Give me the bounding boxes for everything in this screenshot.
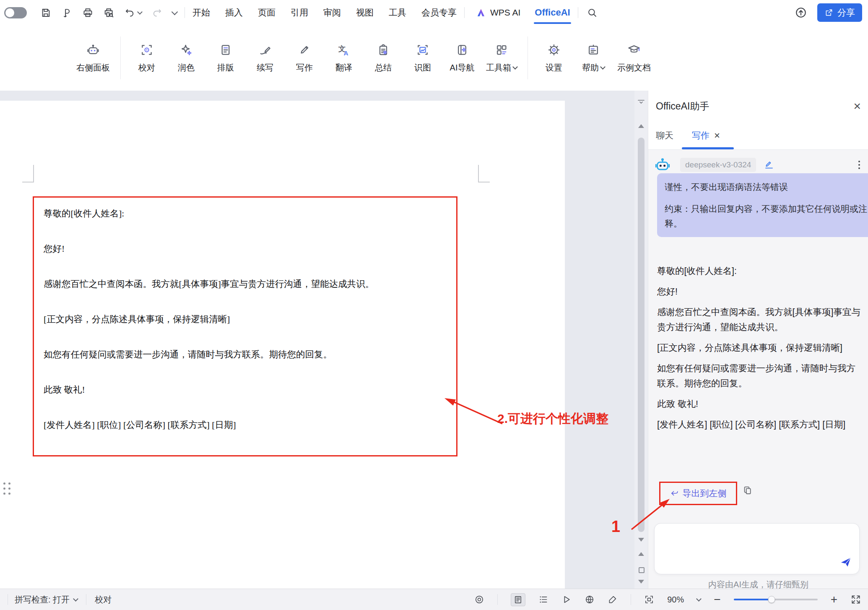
export-to-left-button[interactable]: 导出到左侧 — [670, 487, 727, 499]
ai-response-paragraph: 此致 敬礼! — [657, 396, 863, 412]
spellcheck-label: 拼写检查: 打开 — [15, 594, 70, 605]
model-name-badge[interactable]: deepseek-v3-0324 — [680, 158, 756, 172]
menu-视图[interactable]: 视图 — [356, 7, 374, 18]
ai-response-paragraph: 尊敬的[收件人姓名]: — [657, 263, 863, 279]
share-button[interactable]: 分享 — [817, 3, 862, 22]
menu-页面[interactable]: 页面 — [258, 7, 275, 18]
zoom-in-button[interactable]: + — [831, 594, 837, 605]
ribbon-button-设置[interactable]: 设置 — [534, 32, 574, 83]
chevron-down-icon — [512, 64, 518, 70]
chevron-down-icon — [73, 596, 78, 602]
print-preview-icon[interactable] — [103, 7, 114, 18]
document-canvas[interactable]: 尊敬的[收件人姓名]:您好!感谢您百忙之中查阅本函。我方就[具体事项]事宜与贵方… — [0, 91, 634, 589]
eye-protection-icon[interactable] — [474, 594, 484, 605]
panel-header: OfficeAI助手 — [648, 91, 868, 122]
select-browse-object-icon[interactable] — [639, 567, 645, 573]
menu-会员专享[interactable]: 会员专享 — [421, 7, 457, 18]
collapse-ruler-icon[interactable] — [636, 96, 646, 107]
zoom-out-button[interactable]: − — [714, 594, 720, 605]
copy-response-icon[interactable] — [742, 485, 753, 496]
ribbon-button-工具箱[interactable]: 工具箱 — [482, 32, 521, 83]
ai-response-paragraph: 您好! — [657, 284, 863, 299]
ribbon-button-翻译[interactable]: 文A翻译 — [324, 32, 364, 83]
divider — [120, 36, 121, 79]
ribbon-button-识图[interactable]: 识图 — [403, 32, 442, 83]
edit-model-icon[interactable] — [764, 159, 774, 170]
save-icon[interactable] — [40, 7, 52, 18]
more-options-icon[interactable] — [858, 161, 860, 169]
document-paragraph: 您好! — [44, 242, 434, 256]
close-panel-icon[interactable] — [853, 100, 861, 112]
search-icon[interactable] — [587, 7, 598, 18]
outline-view-icon[interactable] — [538, 594, 548, 605]
tab-chat[interactable]: 聊天 — [656, 130, 673, 141]
page-view-button[interactable] — [511, 593, 525, 606]
menu-引用[interactable]: 引用 — [291, 7, 308, 18]
ribbon-label: 设置 — [546, 62, 562, 73]
send-icon[interactable] — [839, 555, 852, 569]
reading-mode-icon[interactable] — [561, 594, 572, 605]
next-page-icon[interactable] — [638, 580, 644, 584]
ai-nav-icon — [455, 42, 469, 57]
document-scrollbar[interactable] — [634, 91, 648, 589]
customize-toolbar-icon[interactable] — [172, 8, 178, 15]
divider — [631, 594, 631, 605]
export-to-left-label: 导出到左侧 — [683, 487, 727, 499]
zoom-level[interactable]: 90% — [667, 595, 684, 605]
divider — [8, 594, 8, 605]
scroll-up-icon[interactable] — [638, 124, 644, 128]
scroll-down-icon[interactable] — [638, 538, 644, 542]
zoom-slider[interactable] — [734, 599, 818, 600]
document-page[interactable]: 尊敬的[收件人姓名]:您好!感谢您百忙之中查阅本函。我方就[具体事项]事宜与贵方… — [0, 101, 565, 589]
wps-ai-tab[interactable]: WPS AI — [476, 7, 520, 18]
document-paragraph: [正文内容，分点陈述具体事项，保持逻辑清晰] — [44, 312, 434, 326]
ribbon-button-排版[interactable]: 排版 — [206, 32, 245, 83]
chevron-down-icon[interactable] — [696, 596, 702, 602]
scrollbar-thumb[interactable] — [638, 138, 645, 532]
ribbon-button-示例文档[interactable]: 示例文档 — [613, 32, 655, 83]
ribbon-button-润色[interactable]: 润色 — [166, 32, 206, 83]
ribbon-button-右侧面板[interactable]: 右侧面板 — [72, 32, 114, 83]
panel-body: deepseek-v3-0324 谨性，不要出现语病语法等错误约束：只输出回复内… — [648, 149, 868, 589]
ink-annotate-icon[interactable] — [608, 594, 618, 605]
robot-icon — [86, 42, 100, 57]
menu-工具[interactable]: 工具 — [389, 7, 406, 18]
tab-writing[interactable]: 写作 — [692, 130, 720, 141]
upload-icon[interactable] — [795, 6, 807, 19]
export-pdf-icon[interactable] — [61, 7, 73, 18]
undo-icon[interactable] — [124, 7, 135, 18]
ribbon-button-校对[interactable]: 校对 — [127, 32, 166, 83]
redo-icon[interactable] — [151, 7, 163, 18]
ribbon-button-续写[interactable]: 续写 — [245, 32, 285, 83]
ai-response-paragraph: 如您有任何疑问或需要进一步沟通，请随时与我方联系。期待您的回复。 — [657, 361, 863, 391]
tab-writing-label: 写作 — [692, 130, 709, 141]
menu-开始[interactable]: 开始 — [192, 7, 210, 18]
close-writing-tab-icon[interactable] — [714, 130, 720, 141]
quick-access-toggle[interactable] — [4, 7, 27, 18]
chevron-down-icon[interactable] — [137, 9, 143, 15]
proofread-status[interactable]: 校对 — [95, 594, 112, 605]
bubble-spacer — [665, 194, 868, 201]
wps-officeai-app: 开始插入页面引用审阅视图工具会员专享 WPS AI OfficeAI 分享 右侧… — [0, 0, 868, 610]
tab-officeai[interactable]: OfficeAI — [535, 7, 570, 18]
spellcheck-status[interactable]: 拼写检查: 打开 — [15, 594, 78, 605]
zoom-slider-thumb[interactable] — [768, 596, 775, 603]
ribbon-label: 示例文档 — [617, 62, 651, 73]
ribbon-button-AI导航[interactable]: AI导航 — [442, 32, 482, 83]
ribbon-button-写作[interactable]: 写作 — [285, 32, 324, 83]
page-view-icon — [513, 595, 523, 605]
ribbon-button-总结[interactable]: 总结 — [364, 32, 403, 83]
menu-插入[interactable]: 插入 — [225, 7, 243, 18]
ai-response-paragraph: [正文内容，分点陈述具体事项，保持逻辑清晰] — [657, 340, 863, 355]
fullscreen-icon[interactable] — [850, 594, 861, 605]
ribbon-button-帮助[interactable]: 帮助 — [574, 32, 613, 83]
document-text[interactable]: 尊敬的[收件人姓名]:您好!感谢您百忙之中查阅本函。我方就[具体事项]事宜与贵方… — [44, 206, 434, 453]
chat-input[interactable] — [654, 523, 860, 574]
fit-page-icon[interactable] — [644, 594, 654, 605]
print-icon[interactable] — [82, 7, 94, 18]
drag-handle[interactable] — [3, 482, 10, 495]
web-layout-icon[interactable] — [585, 594, 595, 605]
previous-page-icon[interactable] — [638, 552, 644, 556]
menu-审阅[interactable]: 审阅 — [323, 7, 341, 18]
zoom-slider-fill — [734, 599, 772, 600]
